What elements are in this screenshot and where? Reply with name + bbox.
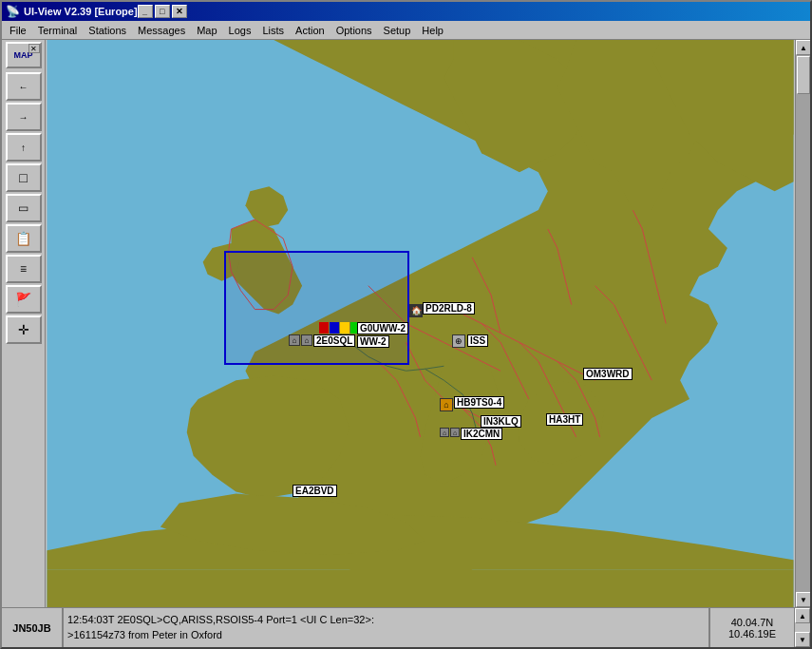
forward-button[interactable]: → — [6, 103, 42, 131]
map-panel: ✕ MAP — [6, 42, 42, 68]
menu-bar: File Terminal Stations Messages Map Logs… — [2, 21, 810, 40]
menu-setup[interactable]: Setup — [378, 22, 417, 39]
title-bar: 📡 UI-View V2.39 [Europe] _ □ ✕ — [2, 2, 810, 21]
menu-options[interactable]: Options — [330, 22, 378, 39]
maximize-button[interactable]: □ — [155, 5, 170, 18]
menu-file[interactable]: File — [4, 22, 32, 39]
back-button[interactable]: ← — [6, 72, 42, 101]
svg-marker-11 — [47, 569, 793, 607]
status-scroll-controls: ▲ ▼ — [794, 608, 810, 647]
window-title: UI-View V2.39 [Europe] — [24, 6, 138, 17]
station-HB9TS0-4[interactable]: ⌂ HB9TS0-4 — [440, 398, 453, 411]
map-area[interactable]: 🏠 PD2RLD-8 G0UWW-2 WW-2 ⌂ ⌂ — [46, 40, 795, 607]
zoom-in-button[interactable]: □ — [6, 163, 42, 192]
map-svg — [46, 40, 795, 607]
main-window: 📡 UI-View V2.39 [Europe] _ □ ✕ File Term… — [0, 0, 812, 649]
status-scroll-down[interactable]: ▼ — [795, 632, 810, 647]
menu-stations[interactable]: Stations — [83, 22, 132, 39]
page-button[interactable]: 📋 — [6, 224, 42, 253]
status-line1: 12:54:03T 2E0SQL>CQ,ARISS,RSOIS5-4 Port=… — [67, 613, 705, 627]
flag-button[interactable]: 🚩 — [6, 285, 42, 314]
status-message: 12:54:03T 2E0SQL>CQ,ARISS,RSOIS5-4 Port=… — [64, 608, 708, 647]
grid-locator: JN50JB — [2, 608, 64, 647]
close-button[interactable]: ✕ — [172, 5, 187, 18]
latitude: 40.04.7N — [731, 617, 774, 628]
station-ISS[interactable]: ⊕ ISS — [452, 334, 465, 348]
menu-action[interactable]: Action — [290, 22, 330, 39]
menu-map[interactable]: Map — [191, 22, 222, 39]
page-icon: 📋 — [15, 231, 31, 246]
minimize-button[interactable]: _ — [138, 5, 153, 18]
zoom-out-button[interactable]: ▭ — [6, 194, 42, 222]
back-icon: ← — [19, 82, 28, 92]
up-icon: ↑ — [21, 143, 26, 153]
menu-logs[interactable]: Logs — [223, 22, 257, 39]
list-icon: ≡ — [20, 262, 27, 276]
status-line2: >161154z73 from Peter in Oxford — [67, 628, 705, 642]
scroll-down-button[interactable]: ▼ — [796, 592, 810, 607]
station-IK2CMN[interactable]: ⌂ ⌂ IK2CMN — [440, 428, 460, 437]
forward-icon: → — [19, 112, 28, 123]
status-bar: JN50JB 12:54:03T 2E0SQL>CQ,ARISS,RSOIS5-… — [2, 607, 810, 647]
status-scroll-up[interactable]: ▲ — [795, 608, 810, 623]
station-PD2RLD-8[interactable]: 🏠 PD2RLD-8 — [409, 304, 423, 317]
app-icon: 📡 — [6, 5, 20, 18]
scroll-thumb[interactable] — [797, 56, 810, 94]
longitude: 10.46.19E — [728, 628, 776, 639]
list-button[interactable]: ≡ — [6, 255, 42, 283]
station-2E0SQL[interactable]: ⌂ ⌂ 2E0SQL — [289, 334, 312, 346]
up-button[interactable]: ↑ — [6, 133, 42, 162]
menu-terminal[interactable]: Terminal — [32, 22, 84, 39]
scroll-up-button[interactable]: ▲ — [796, 40, 810, 55]
menu-messages[interactable]: Messages — [132, 22, 191, 39]
zoom-out-icon: ▭ — [18, 201, 28, 215]
vertical-scrollbar: ▲ ▼ — [795, 40, 810, 607]
zoom-in-icon: □ — [19, 170, 27, 185]
menu-help[interactable]: Help — [416, 22, 449, 39]
scroll-track[interactable] — [796, 55, 810, 592]
coordinates-display: 40.04.7N 10.46.19E — [708, 608, 794, 647]
crosshair-button[interactable]: ✛ — [6, 315, 42, 344]
toolbar: ✕ MAP ← → ↑ □ ▭ 📋 ≡ — [2, 40, 46, 607]
station-GOUVWW-area[interactable]: G0UWW-2 WW-2 — [319, 322, 360, 334]
menu-lists[interactable]: Lists — [256, 22, 290, 39]
crosshair-icon: ✛ — [18, 322, 29, 337]
flag-icon: 🚩 — [15, 292, 31, 307]
main-area: ✕ MAP ← → ↑ □ ▭ 📋 ≡ — [2, 40, 810, 607]
map-close-button[interactable]: ✕ — [28, 44, 40, 53]
window-controls: _ □ ✕ — [138, 5, 187, 18]
